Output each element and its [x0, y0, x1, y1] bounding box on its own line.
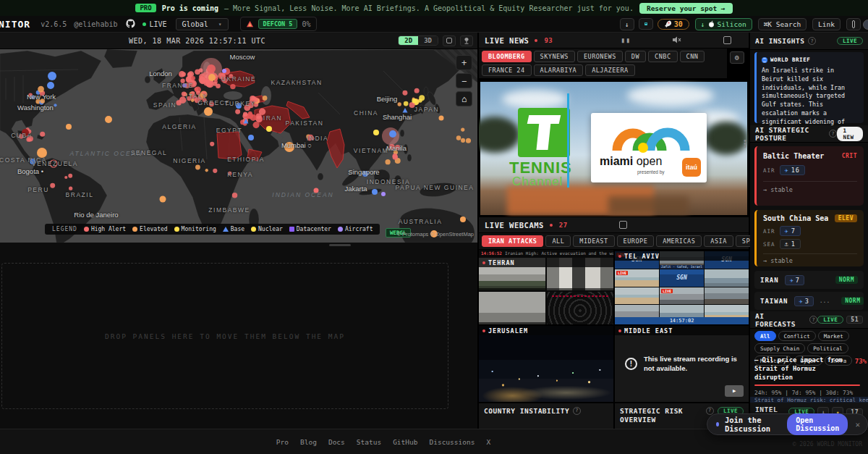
event-marker[interactable]	[54, 104, 56, 106]
event-marker[interactable]	[439, 116, 444, 121]
event-marker[interactable]	[314, 188, 319, 193]
event-marker[interactable]	[47, 82, 54, 89]
toast-close-icon[interactable]: ✕	[855, 420, 860, 429]
event-marker[interactable]	[213, 169, 217, 173]
panel-toggle-button[interactable]	[639, 18, 653, 30]
event-marker[interactable]	[205, 82, 209, 85]
event-marker[interactable]	[191, 76, 195, 80]
event-marker[interactable]	[461, 138, 465, 143]
event-marker[interactable]	[255, 116, 263, 123]
mode-2d-button[interactable]: 2D	[399, 36, 418, 45]
youtube-play-button[interactable]: ▶	[725, 385, 744, 397]
event-marker[interactable]	[205, 169, 208, 172]
filter-pill-all[interactable]: All	[754, 331, 776, 341]
event-marker[interactable]	[232, 193, 237, 198]
event-marker[interactable]	[40, 132, 45, 137]
open-discussion-button[interactable]: Open Discussion	[787, 413, 848, 435]
event-marker[interactable]	[456, 135, 461, 140]
event-marker[interactable]	[222, 69, 226, 73]
webcam-tab-all[interactable]: ALL	[545, 235, 571, 247]
home-view-button[interactable]: ⌂	[456, 91, 472, 106]
event-marker[interactable]	[48, 72, 56, 80]
webcam-tab-asia[interactable]: ASIA	[704, 235, 733, 247]
event-marker[interactable]	[362, 171, 368, 177]
event-marker[interactable]	[50, 183, 55, 188]
event-marker[interactable]	[105, 116, 112, 123]
event-marker[interactable]	[235, 109, 240, 114]
channel-tab-cnn[interactable]: CNN	[680, 51, 705, 62]
filter-pill-conflict[interactable]: Conflict	[778, 331, 816, 341]
footer-link-status[interactable]: Status	[357, 438, 381, 446]
mute-button[interactable]	[673, 36, 681, 45]
webcam-tab-europe[interactable]: EUROPE	[617, 235, 655, 247]
event-marker[interactable]	[207, 64, 216, 73]
defcon-widget[interactable]: DEFCON 5 0%	[240, 17, 317, 31]
webcam-tab-iran-attacks[interactable]: IRAN ATTACKS	[482, 235, 543, 247]
event-marker[interactable]	[191, 98, 195, 102]
news-video-player[interactable]: TENNIS Channel miami open presented by i…	[479, 80, 749, 217]
event-marker[interactable]	[190, 91, 195, 96]
event-marker[interactable]	[179, 96, 187, 104]
event-marker[interactable]	[37, 148, 47, 158]
event-marker[interactable]	[259, 109, 265, 115]
event-marker[interactable]	[402, 91, 407, 96]
event-marker[interactable]	[190, 80, 197, 87]
user-handle[interactable]: @eliehabib	[74, 20, 117, 28]
event-marker[interactable]	[208, 74, 216, 81]
channel-tab-dw[interactable]: DW	[625, 51, 646, 62]
channel-tab-alarabiya[interactable]: ALARABIYA	[534, 64, 584, 76]
webcam-tab-americas[interactable]: AMERICAS	[656, 235, 702, 247]
channel-settings-button[interactable]: ⚙	[730, 51, 744, 64]
event-marker[interactable]	[252, 122, 259, 128]
event-marker[interactable]	[461, 127, 464, 131]
footer-link-github[interactable]: GitHub	[393, 438, 417, 446]
event-marker[interactable]	[243, 112, 247, 117]
event-marker[interactable]	[414, 88, 420, 93]
news-fullscreen-button[interactable]	[723, 36, 731, 44]
event-marker[interactable]	[236, 103, 242, 109]
event-marker[interactable]	[385, 159, 390, 164]
event-marker[interactable]	[372, 189, 378, 195]
posture-card-baltic[interactable]: Baltic Theater CRIT AIR ✈16 → stable	[754, 146, 864, 206]
webcam-tehran[interactable]: TEHRAN	[479, 251, 613, 324]
map-resize-handle[interactable]	[329, 244, 351, 246]
event-marker[interactable]	[195, 165, 200, 170]
panel-dropzone[interactable]: DROP PANELS HERE TO MOVE THEM BELOW THE …	[1, 263, 448, 409]
event-marker[interactable]	[200, 93, 204, 98]
event-marker[interactable]	[381, 192, 386, 196]
event-marker[interactable]	[266, 126, 272, 132]
event-marker[interactable]	[209, 101, 214, 106]
event-marker[interactable]	[412, 98, 417, 104]
event-marker[interactable]	[248, 102, 254, 108]
filter-pill-supply-chain[interactable]: Supply Chain	[754, 343, 805, 353]
event-marker[interactable]	[210, 142, 214, 146]
filter-pill-political[interactable]: Political	[807, 343, 848, 353]
event-marker[interactable]	[160, 196, 166, 203]
event-marker[interactable]	[30, 159, 35, 164]
event-marker[interactable]	[180, 79, 184, 83]
posture-row-taiwan[interactable]: TAIWAN ✈3 ... NORM	[754, 292, 864, 310]
event-marker[interactable]	[41, 98, 45, 103]
country-instability-panel[interactable]: COUNTRY INSTABILITY ?	[479, 402, 613, 429]
avatar[interactable]	[863, 20, 868, 30]
event-marker[interactable]	[395, 145, 400, 150]
map-pin-button[interactable]	[460, 35, 473, 46]
event-marker[interactable]	[203, 98, 207, 102]
forecast-next-item[interactable]: Strait of Hormuz risk: critical keeps	[750, 397, 868, 403]
filter-pill-market[interactable]: Market	[818, 331, 849, 341]
channel-tab-euronews[interactable]: EURONEWS	[577, 51, 623, 62]
event-marker[interactable]	[250, 96, 255, 101]
event-marker[interactable]	[31, 96, 35, 99]
webcam-jerusalem[interactable]: JERUSALEM	[479, 326, 613, 402]
event-marker[interactable]	[248, 135, 254, 140]
event-marker[interactable]	[460, 217, 466, 222]
event-marker[interactable]	[64, 176, 67, 179]
country-instability-help[interactable]: ?	[573, 407, 581, 415]
footer-link-docs[interactable]: Docs	[328, 438, 345, 446]
event-marker[interactable]	[182, 83, 187, 88]
event-marker[interactable]	[228, 172, 232, 176]
event-marker[interactable]	[397, 102, 401, 106]
reserve-spot-button[interactable]: Reserve your spot →	[639, 3, 733, 14]
streak-counter[interactable]: 30	[658, 19, 689, 30]
channel-tab-skynews[interactable]: SKYNEWS	[534, 51, 575, 62]
